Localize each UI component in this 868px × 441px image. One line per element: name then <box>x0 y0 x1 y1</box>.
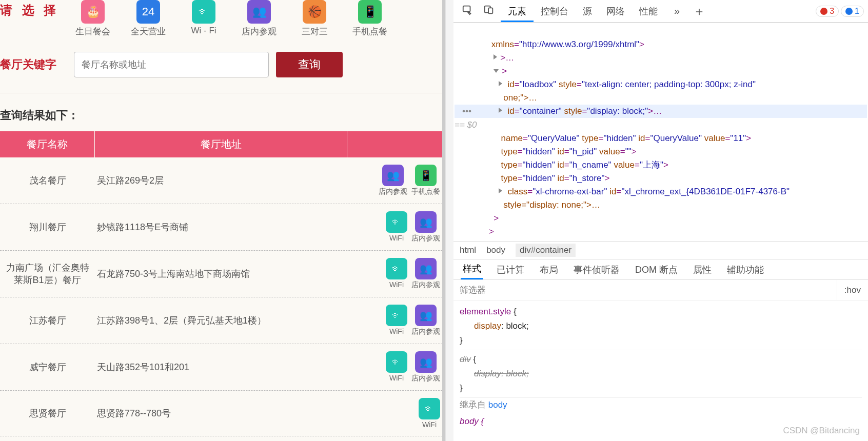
add-tab-icon[interactable]: ＋ <box>689 1 709 22</box>
styles-tab[interactable]: DOM 断点 <box>633 260 680 279</box>
devtools-tab[interactable]: 控制台 <box>534 2 576 21</box>
style-rule[interactable]: element.style {display: block;} <box>460 303 862 350</box>
inherit-link[interactable]: body <box>488 400 507 410</box>
dom-line[interactable]: type="hidden" id="h_store"> <box>455 172 867 185</box>
row-tag: ᯤWiFi <box>386 351 407 383</box>
dom-line[interactable]: name="QueryValue" type="hidden" id="Quer… <box>455 132 867 145</box>
crumb[interactable]: html <box>460 245 476 255</box>
inherit-label: 继承自 body <box>460 398 862 412</box>
dom-line[interactable]: type="hidden" id="h_pid" value=""> <box>455 145 867 158</box>
styles-tab[interactable]: 样式 <box>461 259 483 279</box>
row-tag: 👥店内参观 <box>411 305 440 336</box>
results-title: 查询结果如下： <box>0 108 442 123</box>
crumb[interactable]: div#container <box>516 244 576 257</box>
dom-line[interactable] <box>455 25 867 38</box>
error-count-badge[interactable]: 3 <box>816 6 839 17</box>
devtools-tab[interactable]: 网络 <box>599 2 632 21</box>
tag-label: 店内参观 <box>411 234 440 243</box>
styles-tab[interactable]: 事件侦听器 <box>571 260 622 279</box>
row-tag: 👥店内参观 <box>379 165 407 196</box>
row-addr: 思贤路778--780号 <box>95 407 347 419</box>
row-tag: 👥店内参观 <box>411 211 440 243</box>
category-2[interactable]: ᯤ Wi - Fi <box>184 0 224 37</box>
styles-pane[interactable]: element.style {display: block;}div {disp… <box>453 300 868 441</box>
dom-line[interactable]: xmlns="http://www.w3.org/1999/xhtml"> <box>455 38 867 51</box>
devtools-tab[interactable]: 性能 <box>632 2 665 21</box>
dom-line[interactable]: one;">… <box>455 91 867 105</box>
row-tag: 📱手机点餐 <box>411 165 440 196</box>
row-tag: ᯤWiFi <box>386 211 407 243</box>
svg-rect-0 <box>463 6 470 12</box>
dom-line[interactable]: class="xl-chrome-ext-bar" id="xl_chrome_… <box>455 185 867 198</box>
inspect-icon[interactable] <box>458 2 477 20</box>
styles-filter-input[interactable] <box>453 282 837 298</box>
dom-line[interactable]: ••• id="container" style="display: block… <box>455 105 867 118</box>
row-addr: 天山路352号101和201 <box>95 361 347 373</box>
category-4[interactable]: 🏀 三对三 <box>294 0 334 37</box>
search-label: 餐厅关键字 <box>0 57 67 72</box>
table-row[interactable]: 翔川餐厅 妙镜路1118号E号商铺 ᯤWiFi👥店内参观 <box>0 204 442 251</box>
dom-line[interactable]: > <box>455 65 867 78</box>
info-count-badge[interactable]: 1 <box>841 6 864 17</box>
tag-icon: 👥 <box>415 305 437 326</box>
category-5[interactable]: 📱 手机点餐 <box>350 0 390 37</box>
row-tag: 👥店内参观 <box>411 351 440 383</box>
row-name: 翔川餐厅 <box>0 221 95 233</box>
row-name: 茂名餐厅 <box>0 174 95 187</box>
category-0[interactable]: 🎂 生日餐会 <box>73 0 113 37</box>
hov-toggle[interactable]: :hov <box>837 280 868 300</box>
table-row[interactable]: 思贤餐厅 思贤路778--780号 ᯤWiFi <box>0 391 442 436</box>
tag-icon: 👥 <box>382 165 404 186</box>
devtools-tab[interactable]: 源 <box>576 2 599 21</box>
tag-label: WiFi <box>389 327 404 335</box>
category-icon: 24 <box>136 0 160 24</box>
tag-label: 手机点餐 <box>411 187 440 196</box>
category-icon: ᯤ <box>192 0 215 24</box>
more-tabs-icon[interactable]: » <box>667 1 687 21</box>
devtools-tab[interactable]: 元素 <box>501 2 534 22</box>
category-1[interactable]: 24 全天营业 <box>128 0 168 37</box>
table-row[interactable]: 威宁餐厅 天山路352号101和201 ᯤWiFi👥店内参观 <box>0 344 442 391</box>
tag-icon: ᯤ <box>386 258 407 279</box>
dom-line[interactable]: id="loadbox" style="text-align: center; … <box>455 78 867 91</box>
dom-line[interactable]: >… <box>455 51 867 65</box>
page-scrollbar[interactable] <box>445 0 453 441</box>
category-3[interactable]: 👥 店内参观 <box>239 0 279 37</box>
style-rule[interactable]: div {display: block;} <box>460 350 862 398</box>
device-toggle-icon[interactable] <box>479 2 499 20</box>
dom-line[interactable]: > <box>455 212 867 225</box>
styles-tab[interactable]: 辅助功能 <box>725 260 766 279</box>
row-addr: 石龙路750-3号上海南站地下商场南馆 <box>95 268 347 280</box>
row-name: 江苏餐厅 <box>0 314 95 327</box>
tag-icon: 👥 <box>415 258 437 279</box>
styles-tab[interactable]: 属性 <box>691 260 714 279</box>
tag-label: 店内参观 <box>411 327 440 336</box>
th-name: 餐厅名称 <box>0 131 95 157</box>
tag-label: 店内参观 <box>379 187 407 196</box>
category-label: 店内参观 <box>242 26 277 37</box>
category-label: 生日餐会 <box>75 26 110 37</box>
row-name: 威宁餐厅 <box>0 361 95 373</box>
dom-line[interactable]: type="hidden" id="h_cname" value="上海"> <box>455 158 867 172</box>
category-label: 手机点餐 <box>352 26 387 37</box>
table-row[interactable]: 江苏餐厅 江苏路398号1、2层（舜元弘基天地1楼） ᯤWiFi👥店内参观 <box>0 297 442 344</box>
search-input[interactable] <box>74 52 269 77</box>
svg-rect-2 <box>488 8 492 13</box>
search-button[interactable]: 查询 <box>276 52 343 77</box>
tag-icon: 👥 <box>415 211 437 233</box>
dom-line[interactable]: > <box>455 225 867 238</box>
table-row[interactable]: 力南广场（汇金奥特莱斯B1层）餐厅 石龙路750-3号上海南站地下商场南馆 ᯤW… <box>0 251 442 297</box>
category-icon: 👥 <box>247 0 271 24</box>
styles-tab[interactable]: 布局 <box>538 260 560 279</box>
styles-tab[interactable]: 已计算 <box>495 260 526 279</box>
devtools-tabbar: 元素控制台源网络性能 » ＋ 3 1 <box>453 0 868 23</box>
dom-line[interactable]: style="display: none;">… <box>455 198 867 212</box>
crumb[interactable]: body <box>486 245 505 255</box>
tag-label: WiFi <box>389 234 404 242</box>
devtools-pane: 元素控制台源网络性能 » ＋ 3 1 xmlns="http://www.w3.… <box>453 0 868 441</box>
row-addr: 吴江路269号2层 <box>95 174 347 187</box>
tag-icon: 👥 <box>415 351 437 373</box>
breadcrumb[interactable]: htmlbodydiv#container <box>453 241 868 259</box>
table-row[interactable]: 茂名餐厅 吴江路269号2层 👥店内参观📱手机点餐 <box>0 157 442 204</box>
dom-tree[interactable]: xmlns="http://www.w3.org/1999/xhtml"> >…… <box>453 23 868 241</box>
